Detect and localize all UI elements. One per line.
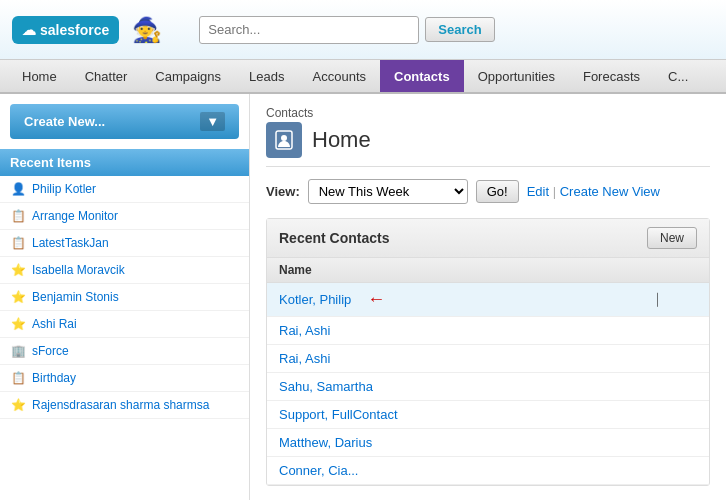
table-row[interactable]: Rai, Ashi: [267, 345, 709, 373]
go-button[interactable]: Go!: [476, 180, 519, 203]
nav-item-forecasts[interactable]: Forecasts: [569, 60, 654, 92]
nav-item-campaigns[interactable]: Campaigns: [141, 60, 235, 92]
lead-icon: ⭐: [10, 262, 26, 278]
salesforce-logo: ☁ salesforce: [12, 16, 119, 44]
table-row[interactable]: Rai, Ashi: [267, 317, 709, 345]
view-select[interactable]: New This Week: [308, 179, 468, 204]
recent-item-link[interactable]: Arrange Monitor: [32, 209, 118, 223]
logo-area: ☁ salesforce 🧙: [12, 10, 167, 50]
contact-link[interactable]: Matthew, Darius: [279, 435, 372, 450]
logo-text: salesforce: [40, 22, 109, 38]
recent-items-header: Recent Items: [0, 149, 249, 176]
task-icon: 📋: [10, 370, 26, 386]
create-new-button[interactable]: Create New... ▼: [10, 104, 239, 139]
create-new-label: Create New...: [24, 114, 105, 129]
recent-contacts-header: Recent Contacts New: [267, 219, 709, 258]
content-area: Contacts Home View: New This Week Go! Ed…: [250, 94, 726, 500]
lead-icon: ⭐: [10, 316, 26, 332]
list-item[interactable]: ⭐ Benjamin Stonis: [0, 284, 249, 311]
table-row[interactable]: Kotler, Philip ← ⎸: [267, 283, 709, 317]
contact-link[interactable]: Conner, Cia...: [279, 463, 359, 478]
contact-link[interactable]: Rai, Ashi: [279, 323, 330, 338]
edit-view-link[interactable]: Edit: [527, 184, 549, 199]
page-title: Home: [312, 127, 371, 153]
recent-item-link[interactable]: Birthday: [32, 371, 76, 385]
new-contact-button[interactable]: New: [647, 227, 697, 249]
create-new-view-link[interactable]: Create New View: [560, 184, 660, 199]
list-item[interactable]: 👤 Philip Kotler: [0, 176, 249, 203]
table-row[interactable]: Matthew, Darius: [267, 429, 709, 457]
table-row[interactable]: Support, FullContact: [267, 401, 709, 429]
list-item[interactable]: 📋 Birthday: [0, 365, 249, 392]
sidebar: Create New... ▼ Recent Items 👤 Philip Ko…: [0, 94, 250, 500]
search-area: Search: [199, 16, 494, 44]
dropdown-arrow-icon: ▼: [200, 112, 225, 131]
main-layout: Create New... ▼ Recent Items 👤 Philip Ko…: [0, 94, 726, 500]
breadcrumb: Contacts: [266, 106, 710, 120]
separator: |: [553, 184, 556, 199]
view-label: View:: [266, 184, 300, 199]
list-item[interactable]: 📋 LatestTaskJan: [0, 230, 249, 257]
contact-link[interactable]: Kotler, Philip: [279, 292, 351, 307]
nav-item-contacts[interactable]: Contacts: [380, 60, 464, 92]
view-row: View: New This Week Go! Edit | Create Ne…: [266, 179, 710, 204]
nav-item-accounts[interactable]: Accounts: [299, 60, 380, 92]
cloud-icon: ☁: [22, 22, 36, 38]
app-header: ☁ salesforce 🧙 Search: [0, 0, 726, 60]
contact-link[interactable]: Rai, Ashi: [279, 351, 330, 366]
page-title-area: Home: [266, 122, 710, 167]
arrow-icon: ←: [367, 289, 385, 310]
list-item[interactable]: ⭐ Ashi Rai: [0, 311, 249, 338]
nav-item-leads[interactable]: Leads: [235, 60, 298, 92]
table-header: Name: [267, 258, 709, 283]
recent-item-link[interactable]: Benjamin Stonis: [32, 290, 119, 304]
recent-contacts-panel: Recent Contacts New Name Kotler, Philip …: [266, 218, 710, 486]
nav-item-home[interactable]: Home: [8, 60, 71, 92]
recent-item-link[interactable]: sForce: [32, 344, 69, 358]
nav-item-more[interactable]: C...: [654, 60, 702, 92]
list-item[interactable]: ⭐ Isabella Moravcik: [0, 257, 249, 284]
recent-item-link[interactable]: Isabella Moravcik: [32, 263, 125, 277]
cursor-icon: ⎸: [657, 291, 669, 308]
search-button[interactable]: Search: [425, 17, 494, 42]
task-icon: 📋: [10, 208, 26, 224]
task-icon: 📋: [10, 235, 26, 251]
svg-point-1: [281, 135, 287, 141]
list-item[interactable]: ⭐ Rajensdrasaran sharma sharmsa: [0, 392, 249, 419]
contact-link[interactable]: Support, FullContact: [279, 407, 398, 422]
nav-item-opportunities[interactable]: Opportunities: [464, 60, 569, 92]
lead-icon: ⭐: [10, 289, 26, 305]
list-item[interactable]: 🏢 sForce: [0, 338, 249, 365]
list-item[interactable]: 📋 Arrange Monitor: [0, 203, 249, 230]
recent-item-link[interactable]: Ashi Rai: [32, 317, 77, 331]
mascot-icon: 🧙: [127, 10, 167, 50]
table-row[interactable]: Sahu, Samartha: [267, 373, 709, 401]
nav-bar: Home Chatter Campaigns Leads Accounts Co…: [0, 60, 726, 94]
contacts-icon: [266, 122, 302, 158]
recent-item-link[interactable]: Rajensdrasaran sharma sharmsa: [32, 398, 209, 412]
lead-icon: ⭐: [10, 397, 26, 413]
table-row[interactable]: Conner, Cia...: [267, 457, 709, 485]
view-actions: Edit | Create New View: [527, 184, 660, 199]
contact-icon: 👤: [10, 181, 26, 197]
search-input[interactable]: [199, 16, 419, 44]
account-icon: 🏢: [10, 343, 26, 359]
nav-item-chatter[interactable]: Chatter: [71, 60, 142, 92]
recent-item-link[interactable]: Philip Kotler: [32, 182, 96, 196]
recent-item-link[interactable]: LatestTaskJan: [32, 236, 109, 250]
contact-link[interactable]: Sahu, Samartha: [279, 379, 373, 394]
recent-contacts-title: Recent Contacts: [279, 230, 389, 246]
